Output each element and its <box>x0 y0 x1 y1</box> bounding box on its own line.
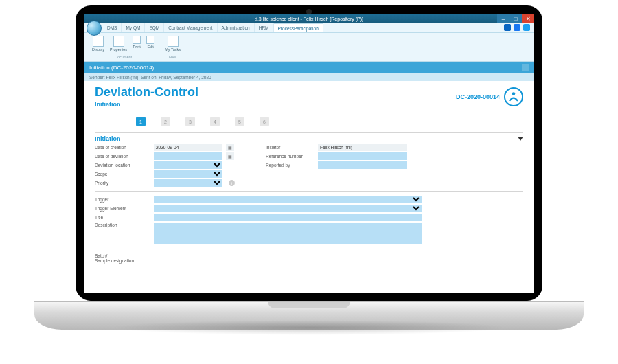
ribbon-group-document: Display Properties Print Edit Document <box>88 34 159 60</box>
step-6[interactable]: 6 <box>260 117 269 126</box>
laptop-frame: d.3 life science client - Felix Hirsch [… <box>76 5 542 330</box>
edit-icon <box>146 36 154 44</box>
svg-point-0 <box>512 92 516 95</box>
tab-hrm[interactable]: HRM <box>255 23 274 32</box>
properties-icon <box>113 36 124 47</box>
twitter-icon[interactable] <box>523 24 530 31</box>
step-3[interactable]: 3 <box>185 117 195 126</box>
label-description: Description <box>95 223 150 227</box>
description-field[interactable] <box>154 223 422 244</box>
tab-eqm[interactable]: EQM <box>145 23 164 32</box>
calendar-icon[interactable]: ▦ <box>226 152 234 160</box>
label-batch: Batch/ Sample designation <box>95 253 150 263</box>
initiator-field[interactable] <box>318 144 407 151</box>
page-subtitle: Initiation <box>95 101 198 108</box>
social-icons <box>504 24 530 31</box>
ribbon-group-label: New <box>169 55 176 60</box>
step-1[interactable]: 1 <box>136 117 146 126</box>
minimize-button[interactable]: – <box>497 14 510 23</box>
ribbon-group-label: Document <box>115 55 132 60</box>
display-button[interactable]: Display <box>91 34 106 53</box>
label-scope: Scope <box>95 172 150 177</box>
label-trigger-element: Trigger Element <box>95 206 150 211</box>
print-icon <box>133 36 141 44</box>
brand-logo-icon <box>504 87 523 106</box>
label-reported-by: Reported by <box>266 163 314 168</box>
document-heading: Deviation-Control Initiation DC-2020-000… <box>95 85 523 108</box>
document-header-title: Initiation (DC-2020-00014) <box>89 65 154 71</box>
sender-info-bar: Sender: Felix Hirsch (fhi), Sent on: Fri… <box>84 73 534 81</box>
step-indicator: 1 2 3 4 5 6 <box>95 114 523 129</box>
display-icon <box>93 36 104 47</box>
edit-button[interactable]: Edit <box>145 34 156 50</box>
ribbon-group-new: My Tasks New <box>161 34 185 60</box>
calendar-icon[interactable]: ▦ <box>226 144 234 151</box>
sender-info-text: Sender: Felix Hirsch (fhi), Sent on: Fri… <box>89 75 211 80</box>
app-window: d.3 life science client - Felix Hirsch [… <box>84 14 534 293</box>
mytasks-button[interactable]: My Tasks <box>163 34 182 53</box>
section-header[interactable]: Initiation <box>95 135 523 142</box>
deviation-location-select[interactable] <box>154 161 222 169</box>
trigger-element-select[interactable] <box>154 205 422 212</box>
scope-select[interactable] <box>154 170 222 178</box>
section-title: Initiation <box>95 135 121 142</box>
label-reference-number: Reference number <box>266 154 314 159</box>
facebook-icon[interactable] <box>514 24 520 31</box>
document-area: Deviation-Control Initiation DC-2020-000… <box>84 81 534 293</box>
tab-process-participation[interactable]: ProcessParticipation <box>274 23 323 32</box>
print-button[interactable]: Print <box>131 34 142 50</box>
label-deviation-location: Deviation location <box>95 163 150 168</box>
step-5[interactable]: 5 <box>235 117 244 126</box>
divider <box>95 111 523 111</box>
reported-by-field[interactable] <box>318 161 407 169</box>
divider <box>95 249 523 249</box>
priority-select[interactable] <box>154 179 222 187</box>
maximize-button[interactable]: □ <box>510 14 522 23</box>
step-4[interactable]: 4 <box>210 117 220 126</box>
form: Date of creation ▦ Initiator Date of dev… <box>95 144 523 263</box>
tasks-icon <box>168 36 179 47</box>
label-priority: Priority <box>95 181 150 185</box>
label-trigger: Trigger <box>95 197 150 202</box>
divider <box>95 132 523 133</box>
label-initiator: Initiator <box>266 145 314 150</box>
linkedin-icon[interactable] <box>504 24 511 31</box>
header-action-icon[interactable] <box>522 64 529 71</box>
chevron-down-icon <box>518 137 523 141</box>
date-of-deviation-field[interactable] <box>154 152 222 160</box>
titlebar: d.3 life science client - Felix Hirsch [… <box>84 14 534 23</box>
window-buttons: – □ ✕ <box>497 14 534 23</box>
page-title: Deviation-Control <box>95 85 198 100</box>
reference-number-field[interactable] <box>318 152 407 160</box>
document-header-bar: Initiation (DC-2020-00014) <box>84 62 534 73</box>
app-orb-icon[interactable] <box>87 21 102 36</box>
properties-button[interactable]: Properties <box>108 34 128 53</box>
screen-bezel: d.3 life science client - Felix Hirsch [… <box>76 5 542 301</box>
ribbon-toolbar: Display Properties Print Edit Document M… <box>84 33 534 62</box>
laptop-shadow <box>110 320 508 335</box>
tab-myqm[interactable]: My QM <box>122 23 145 32</box>
ribbon-tabs: DMS My QM EQM Contract Management Admini… <box>84 23 534 33</box>
label-title: Title <box>95 215 150 220</box>
info-icon[interactable]: i <box>229 180 235 186</box>
tab-admin[interactable]: Administration <box>218 23 255 32</box>
label-date-of-deviation: Date of deviation <box>95 154 150 159</box>
date-of-creation-field[interactable] <box>154 144 222 151</box>
trigger-select[interactable] <box>154 196 422 203</box>
label-date-of-creation: Date of creation <box>95 145 150 150</box>
window-title: d.3 life science client - Felix Hirsch [… <box>255 16 363 21</box>
tab-contract[interactable]: Contract Management <box>164 23 217 32</box>
divider <box>95 191 523 192</box>
document-id: DC-2020-00014 <box>456 93 500 100</box>
close-button[interactable]: ✕ <box>522 14 534 23</box>
tab-dms[interactable]: DMS <box>103 23 122 32</box>
title-field[interactable] <box>154 214 422 221</box>
step-2[interactable]: 2 <box>161 117 170 126</box>
